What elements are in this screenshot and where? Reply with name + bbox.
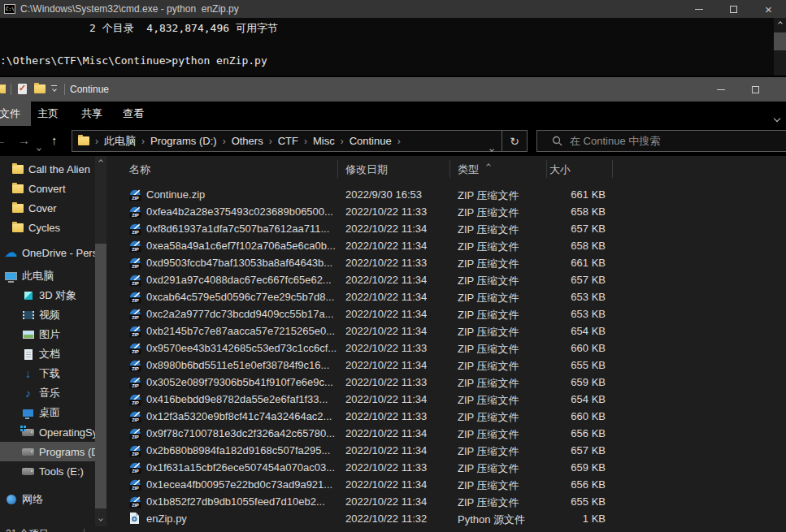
file-row[interactable]: ZIP 0xd291a97c4088dac67ec667fc65e62... 2… [106,271,786,288]
cmd-scrollbar[interactable] [774,18,786,76]
sidebar-item-convert[interactable]: Convert [0,179,95,198]
history-dropdown-icon[interactable] [37,139,41,154]
breadcrumb-separator-icon[interactable]: › [95,136,98,147]
breadcrumb-separator-icon[interactable]: › [397,136,401,147]
breadcrumb-item[interactable]: Programs (D:) [150,135,217,147]
explorer-window-title: Continue [70,84,109,95]
scroll-up-icon[interactable] [774,18,786,29]
scroll-up-icon[interactable] [95,156,106,167]
column-separator[interactable] [449,160,450,178]
cmd-minimize-button[interactable] [681,0,716,18]
file-row[interactable]: ZIP 0xcab64c579e5d0596c77ee29c5b7d8... 2… [106,288,786,305]
explorer-titlebar[interactable]: Continue [0,77,786,102]
file-row[interactable]: ZIP 0x9570ee43b3142685c53ed73c1cc6cf... … [106,340,786,357]
refresh-button[interactable]: ↻ [502,130,528,152]
cmd-close-button[interactable]: × [751,0,786,18]
forward-button[interactable]: → [18,133,30,147]
search-box[interactable]: 在 Continue 中搜索 [536,130,786,152]
file-row[interactable]: ZIP 0xc2a2a9777dc73bcdd9409cc55b17a... 2… [106,305,786,322]
file-row[interactable]: ZIP 0x2b680b8984fa182d9168c507fa295... 2… [106,442,786,459]
ribbon-expand-icon[interactable] [775,111,779,123]
address-bar[interactable]: ›此电脑›Programs (D:)›Others›CTF›Misc›Conti… [72,130,502,152]
breadcrumb-item[interactable]: 此电脑 [104,134,136,149]
breadcrumb-separator-icon[interactable]: › [304,136,307,147]
breadcrumb-separator-icon[interactable]: › [341,136,344,147]
file-row[interactable]: ZIP 0x3052e089f79306b5b41f910f7e6e9c... … [106,374,786,391]
file-row[interactable]: ZIP 0x8980b6bd5511e51e0ef38784f9c16... 2… [106,357,786,374]
tab-view[interactable]: 查看 [118,102,149,126]
file-date-modified: 2022/10/22 11:34 [345,274,427,286]
file-row[interactable]: ZIP 0xb2145b7c7e87aacca57e7215265e0... 2… [106,322,786,340]
breadcrumb-item[interactable]: Continue [350,135,392,147]
tab-home[interactable]: 主页 [33,102,63,126]
breadcrumb-item[interactable]: Others [232,135,263,147]
breadcrumb-separator-icon[interactable]: › [141,136,145,147]
back-button[interactable]: ← [0,133,7,147]
sidebar-item-tools-e-[interactable]: Tools (E:) [0,461,95,481]
file-date-modified: 2022/10/22 11:34 [345,223,427,235]
qat-customize-icon[interactable] [51,85,57,91]
column-header-size[interactable]: 大小 [549,162,571,177]
sidebar-item-operatingsyste[interactable]: OperatingSyste [0,422,95,442]
sidebar-item-onedrive-perso[interactable]: ☁ OneDrive - Perso [0,243,95,262]
sidebar-item--[interactable]: 文档 [0,344,95,364]
file-row[interactable]: ZIP 0x1ecea4fb00957e22bd0c73ad9a921... 2… [106,476,786,493]
cmd-titlebar[interactable]: C:\ C:\Windows\System32\cmd.exe - python… [0,0,786,18]
up-button[interactable]: ↑ [51,133,58,147]
file-date-modified: 2022/10/22 11:34 [345,325,427,337]
file-row[interactable]: ZIP 0x9f78c7100781e3dc2f326a42c65780... … [106,425,786,442]
qat-properties-icon[interactable] [18,84,27,94]
svg-text:ZIP: ZIP [132,230,139,235]
tab-label: 文件 [0,106,20,121]
file-row[interactable]: ZIP 0xd9503fccb47baf13053ba8af64643b... … [106,254,786,271]
sidebar-scrollbar[interactable] [95,156,106,526]
file-size: 659 KB [513,461,606,474]
explorer-maximize-button[interactable] [738,77,773,102]
sidebar-item-programs-d-[interactable]: Programs (D:) [0,442,95,461]
column-header-date[interactable]: 修改日期 [345,162,388,177]
cmd-maximize-button[interactable] [716,0,751,18]
qat-folder-partial-icon[interactable] [0,84,6,94]
column-separator[interactable] [546,160,547,178]
sidebar-item--[interactable]: 视频 [0,305,95,325]
file-row[interactable]: ZIP 0xfea4b2a28e375493c023689b06500... 2… [106,203,786,220]
breadcrumb-separator-icon[interactable]: › [223,136,226,147]
sidebar-scrollbar-thumb[interactable] [95,244,106,508]
cmd-scrollbar-thumb[interactable] [774,32,786,50]
file-row[interactable]: enZip.py 2022/10/22 11:32 Python 源文件 1 K… [106,510,786,527]
file-date-modified: 2022/10/22 11:33 [345,376,427,388]
breadcrumb-separator-icon[interactable]: › [269,136,272,147]
qat-new-folder-icon[interactable] [34,84,46,96]
file-type: ZIP 压缩文件 [458,410,519,425]
sidebar-item-cycles[interactable]: Cycles [0,218,95,237]
breadcrumb-item[interactable]: CTF [278,135,298,147]
explorer-minimize-button[interactable] [703,77,738,102]
file-row[interactable]: ZIP 0x1b852f27db9db1055feed7d10eb2... 20… [106,493,786,510]
sidebar-item-call-the-alien[interactable]: Call the Alien [0,159,95,179]
address-dropdown-icon[interactable] [490,140,493,154]
sidebar-item-cover[interactable]: Cover [0,198,95,218]
file-row[interactable]: ZIP 0x1f631a15cbf26ece507454a070ac03... … [106,459,786,476]
sidebar-item-3d-[interactable]: 3D 对象 [0,286,95,305]
column-separator[interactable] [337,160,338,178]
breadcrumb-item[interactable]: Misc [313,135,335,147]
file-type: ZIP 压缩文件 [458,393,519,408]
sidebar-item--[interactable]: ↓ 下载 [0,364,95,383]
tab-file[interactable]: 文件 [0,102,31,126]
file-row[interactable]: ZIP 0x12f3a5320e9bf8cf41c74a32464ac2... … [106,408,786,425]
column-header-type[interactable]: 类型 [458,162,479,177]
sidebar-item--[interactable]: 图片 [0,325,95,344]
column-header-name[interactable]: 名称 [129,162,150,177]
file-row[interactable]: ZIP 0xf8d61937a1dfa7c507ba7612aa711... 2… [106,220,786,237]
sidebar-item--[interactable]: 桌面 [0,403,95,422]
file-row[interactable]: ZIP 0x416bebdd9e8782da55e2e6faf1f33... 2… [106,391,786,408]
sidebar-item--[interactable]: ♪ 音乐 [0,383,95,403]
sidebar-item-label: 下载 [39,366,60,381]
column-separator[interactable] [612,160,613,178]
tab-share[interactable]: 共享 [76,102,107,126]
file-row[interactable]: ZIP Continue.zip 2022/9/30 16:53 ZIP 压缩文… [106,186,786,203]
scroll-down-icon[interactable] [95,513,106,525]
sidebar-item--[interactable]: 此电脑 [0,266,95,286]
file-row[interactable]: ZIP 0xea58a49a1c6ef7f102a706a5e6ca0b... … [106,237,786,254]
sidebar-item--[interactable]: 网络 [0,490,95,509]
